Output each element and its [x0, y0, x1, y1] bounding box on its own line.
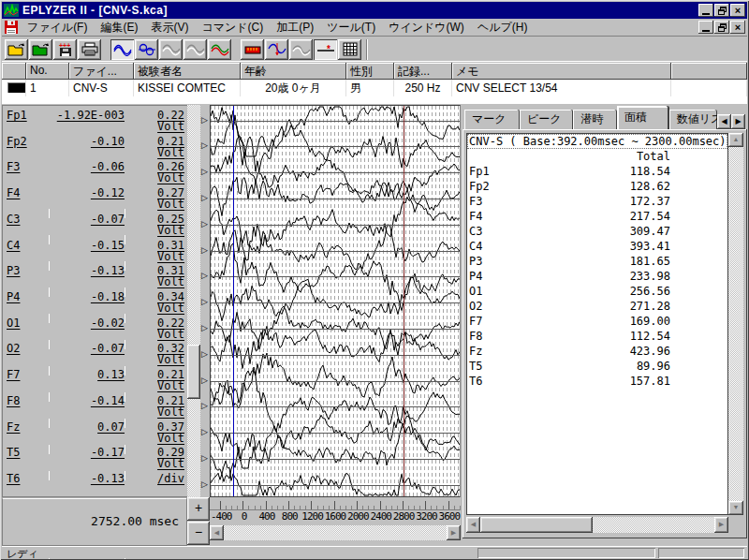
column-header-subject[interactable]: 被験者名: [134, 63, 241, 80]
column-header-sex[interactable]: 性別: [346, 63, 394, 80]
scroll-left-arrow[interactable]: ◀: [466, 517, 480, 533]
open-folder-button[interactable]: [29, 39, 52, 60]
column-header-file[interactable]: ファイ...: [69, 63, 134, 80]
window-title: EPLYZER II - [CNV-S.kca]: [22, 4, 168, 17]
scroll-left-arrow[interactable]: ◀: [210, 525, 224, 540]
channel-row: Fp2 -0.10 0.21 Volt: [3, 132, 187, 158]
wave-disabled-1-button[interactable]: [159, 39, 183, 60]
tab-latency[interactable]: 潜時: [573, 110, 617, 129]
tab-peak[interactable]: ピーク: [520, 110, 573, 129]
channel-row: F3 -0.06 0.26 Volt: [3, 157, 187, 184]
scroll-down-arrow[interactable]: ▼: [728, 501, 743, 515]
minimize-icon: [702, 30, 710, 32]
toolbar: +++ *: [2, 37, 747, 62]
menu-item[interactable]: ヘルプ(H): [471, 18, 535, 37]
menu-item[interactable]: ツール(T): [320, 18, 382, 37]
time-cursor-red[interactable]: [404, 106, 404, 496]
channel-scrollbar[interactable]: [187, 105, 200, 497]
result-channel: C3: [469, 224, 591, 239]
child-close-button[interactable]: ×: [730, 21, 745, 34]
channel-scrollbar-thumb[interactable]: [187, 345, 200, 399]
channel-value: -0.13: [51, 472, 125, 485]
scroll-up-arrow[interactable]: ▲: [728, 133, 743, 147]
save-import-button[interactable]: +++: [53, 39, 77, 60]
child-restore-button[interactable]: [714, 21, 729, 34]
menu-item[interactable]: コマンド(C): [195, 18, 270, 37]
axis-tick-label: 2800: [392, 510, 415, 524]
channel-marker-triangle[interactable]: ▷: [201, 402, 208, 410]
document-floppy-icon[interactable]: [4, 21, 19, 35]
column-header-memo[interactable]: メモ: [452, 63, 671, 80]
result-vscrollbar[interactable]: ▲ ▼: [728, 133, 743, 515]
wave-disabled-3-button[interactable]: [289, 39, 313, 60]
scroll-right-arrow[interactable]: ▶: [447, 525, 461, 540]
wave-cursor-button[interactable]: [265, 39, 288, 60]
result-hscrollbar-thumb[interactable]: [480, 517, 593, 533]
status-bar: レディ: [2, 546, 747, 558]
status-panel-2: [658, 548, 744, 558]
tab-mark[interactable]: マーク: [464, 110, 520, 129]
status-text: レディ: [7, 547, 38, 560]
tab-numeric-list[interactable]: 数値リス: [669, 110, 717, 129]
open-file-button[interactable]: [5, 39, 28, 60]
column-header-filler: [671, 63, 747, 80]
waveform-plot[interactable]: [210, 105, 461, 497]
restore-icon: [718, 7, 727, 15]
channel-marker-triangle[interactable]: ▷: [201, 350, 208, 359]
channel-marker-triangle[interactable]: ▷: [201, 272, 208, 280]
channel-marker-triangle[interactable]: ▷: [201, 324, 208, 332]
wave-circles-button[interactable]: [135, 39, 158, 60]
restore-button[interactable]: [714, 4, 729, 17]
menu-item[interactable]: ウインドウ(W): [382, 18, 471, 37]
channel-baseline: [211, 146, 460, 147]
channel-marker-triangle[interactable]: ▷: [201, 298, 208, 306]
color-column-header[interactable]: [2, 63, 26, 80]
tab-scroll-right-button[interactable]: ▶: [731, 114, 745, 129]
menu-item[interactable]: 加工(P): [270, 18, 320, 37]
close-button[interactable]: ×: [730, 4, 745, 17]
channel-marker-triangle[interactable]: ▷: [201, 246, 208, 255]
channel-marker-triangle[interactable]: ▷: [201, 480, 208, 489]
zoom-in-button[interactable]: +: [187, 497, 210, 521]
channel-marker-triangle[interactable]: ▷: [201, 376, 208, 385]
print-button[interactable]: [78, 39, 101, 60]
wave-disabled-2-button[interactable]: [184, 39, 207, 60]
tab-area[interactable]: 面積: [617, 106, 669, 129]
menu-item[interactable]: ファイル(F): [21, 18, 94, 37]
result-hscrollbar[interactable]: ◀ ▶: [466, 517, 728, 533]
channel-marker-triangle[interactable]: ▷: [201, 116, 208, 125]
column-header-no[interactable]: No.: [26, 63, 69, 80]
wave-overlay-button[interactable]: [110, 39, 134, 60]
channel-marker-triangle[interactable]: ▷: [201, 428, 208, 436]
subject-row[interactable]: 1 CNV-S KISSEI COMTEC 20歳 0ヶ月 男 250 Hz C…: [2, 80, 747, 96]
column-header-age[interactable]: 年齢: [241, 63, 346, 80]
tab-scroll-left-button[interactable]: ◀: [717, 114, 731, 129]
child-minimize-button[interactable]: [698, 21, 713, 34]
wave-multi-button[interactable]: [208, 39, 231, 60]
axis-tick-label: 0: [232, 510, 255, 524]
close-icon: ×: [735, 22, 741, 32]
zoom-out-button[interactable]: −: [187, 522, 210, 545]
time-cursor-blue[interactable]: [233, 106, 234, 496]
channel-marker-triangle[interactable]: ▷: [201, 141, 208, 150]
time-scrollbar[interactable]: ◀ ▶: [210, 525, 461, 540]
grid-map-button[interactable]: [338, 39, 361, 60]
channel-value: -0.12: [51, 186, 125, 199]
column-header-rate[interactable]: 記録...: [394, 63, 452, 80]
minimize-button[interactable]: [698, 4, 713, 17]
channel-marker-triangle[interactable]: ▷: [201, 454, 208, 463]
menu-item[interactable]: 編集(E): [94, 18, 144, 37]
channel-marker-triangle[interactable]: ▷: [201, 168, 208, 176]
subject-rate: 250 Hz: [394, 80, 452, 96]
time-axis-labels: -40004008001200160020002400280032003600: [210, 510, 461, 524]
result-channel: F4: [469, 209, 591, 224]
ruler-button[interactable]: [241, 39, 264, 60]
axis-tick-label: 1200: [301, 510, 323, 524]
channel-marker-triangle[interactable]: ▷: [201, 220, 208, 228]
baseline-star-button[interactable]: *: [314, 39, 337, 60]
area-result-list[interactable]: CNV-S ( Base:392.00msec ~ 2300.00msec) T…: [466, 133, 728, 515]
menu-item[interactable]: 表示(V): [144, 18, 195, 37]
application-window: EPLYZER II - [CNV-S.kca] × ファイル(F)編集(E)表…: [0, 0, 749, 560]
scroll-right-arrow[interactable]: ▶: [714, 517, 728, 533]
channel-marker-triangle[interactable]: ▷: [201, 194, 208, 202]
